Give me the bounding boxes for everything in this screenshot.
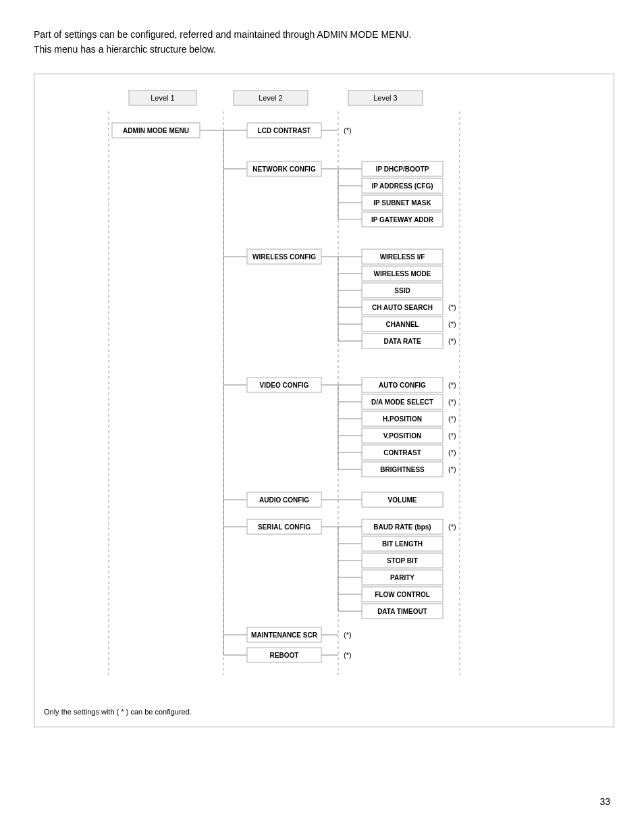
hierarchy-diagram: Level 1 Level 2 Level 3 ADMIN MODE MENU …	[41, 88, 608, 696]
intro-line2: This menu has a hierarchic structure bel…	[34, 44, 216, 55]
intro-paragraph: Part of settings can be configured, refe…	[34, 27, 610, 57]
svg-text:SERIAL CONFIG: SERIAL CONFIG	[258, 523, 311, 531]
svg-text:VOLUME: VOLUME	[388, 496, 417, 504]
svg-text:BIT LENGTH: BIT LENGTH	[382, 540, 423, 548]
svg-text:(*): (*)	[448, 523, 456, 531]
svg-text:Level 1: Level 1	[151, 94, 174, 102]
svg-text:DATA RATE: DATA RATE	[383, 338, 421, 345]
svg-text:(*): (*)	[344, 126, 352, 134]
svg-text:(*): (*)	[344, 631, 352, 639]
svg-text:ADMIN MODE MENU: ADMIN MODE MENU	[123, 127, 189, 134]
svg-text:WIRELESS CONFIG: WIRELESS CONFIG	[252, 253, 316, 261]
svg-text:PARITY: PARITY	[390, 574, 414, 581]
svg-text:CONTRAST: CONTRAST	[383, 449, 421, 457]
svg-text:(*): (*)	[448, 415, 456, 423]
svg-text:REBOOT: REBOOT	[270, 652, 299, 659]
svg-text:(*): (*)	[448, 432, 456, 440]
svg-text:DATA TIMEOUT: DATA TIMEOUT	[377, 608, 427, 615]
svg-text:NETWORK CONFIG: NETWORK CONFIG	[252, 165, 316, 173]
svg-text:AUDIO CONFIG: AUDIO CONFIG	[259, 496, 309, 504]
svg-text:(*): (*)	[448, 381, 456, 389]
svg-text:FLOW CONTROL: FLOW CONTROL	[375, 591, 430, 598]
svg-text:(*): (*)	[448, 465, 456, 473]
svg-text:(*): (*)	[448, 337, 456, 345]
svg-text:WIRELESS I/F: WIRELESS I/F	[380, 253, 425, 261]
svg-text:Level 3: Level 3	[373, 94, 397, 102]
svg-text:CH AUTO SEARCH: CH AUTO SEARCH	[372, 304, 433, 311]
svg-text:VIDEO CONFIG: VIDEO CONFIG	[260, 382, 309, 389]
intro-line1: Part of settings can be configured, refe…	[34, 29, 412, 40]
svg-text:(*): (*)	[448, 303, 456, 311]
diagram-container: Level 1 Level 2 Level 3 ADMIN MODE MENU …	[34, 74, 614, 727]
svg-text:IP DHCP/BOOTP: IP DHCP/BOOTP	[376, 165, 429, 173]
svg-text:D/A MODE SELECT: D/A MODE SELECT	[371, 398, 433, 406]
svg-text:MAINTENANCE SCR: MAINTENANCE SCR	[251, 631, 318, 639]
page-number: 33	[599, 796, 610, 807]
svg-text:BRIGHTNESS: BRIGHTNESS	[380, 466, 425, 473]
svg-text:SSID: SSID	[394, 287, 410, 294]
svg-text:IP SUBNET MASK: IP SUBNET MASK	[373, 199, 431, 207]
svg-text:(*): (*)	[344, 651, 352, 659]
svg-text:(*): (*)	[448, 448, 456, 457]
svg-text:STOP BIT: STOP BIT	[387, 557, 418, 565]
svg-text:IP GATEWAY ADDR: IP GATEWAY ADDR	[371, 216, 434, 224]
svg-text:Level 2: Level 2	[259, 94, 282, 102]
svg-text:CHANNEL: CHANNEL	[386, 321, 419, 328]
svg-text:AUTO CONFIG: AUTO CONFIG	[379, 382, 426, 389]
svg-text:WIRELESS MODE: WIRELESS MODE	[373, 270, 431, 278]
svg-text:(*): (*)	[448, 398, 456, 406]
svg-text:IP ADDRESS (CFG): IP ADDRESS (CFG)	[371, 182, 433, 190]
svg-text:(*): (*)	[448, 320, 456, 328]
svg-text:H.POSITION: H.POSITION	[383, 415, 422, 423]
svg-text:LCD CONTRAST: LCD CONTRAST	[258, 127, 311, 134]
svg-text:V.POSITION: V.POSITION	[383, 432, 421, 440]
footnote: Only the settings with ( * ) can be conf…	[41, 708, 607, 716]
svg-text:BAUD RATE (bps): BAUD RATE (bps)	[373, 523, 431, 531]
